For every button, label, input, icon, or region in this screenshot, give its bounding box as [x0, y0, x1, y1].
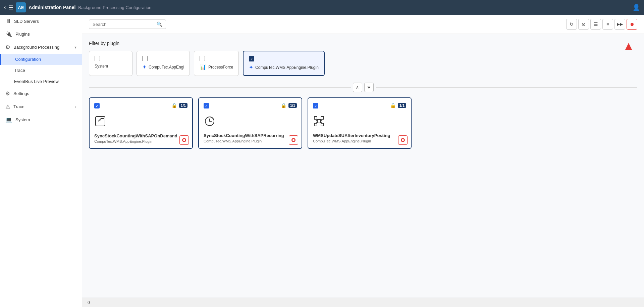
sidebar-item-eventbus[interactable]: EventBus Live Preview	[0, 76, 82, 87]
main-layout: 🖥 SLD Servers 🔌 Plugins ⚙ Background Pro…	[0, 15, 644, 307]
svg-rect-0	[96, 117, 105, 126]
user-lock-icon: 🔒	[390, 103, 396, 108]
badge-count: 1/1	[288, 103, 297, 108]
content-area: Filter by plugin System ✦ CompuTec.AppEn…	[82, 34, 644, 156]
plugin-name-appengine: CompuTec.AppEngi	[149, 65, 184, 70]
system-icon: 💻	[5, 117, 12, 123]
top-bar: ‹ ☰ AE Administration Panel Background P…	[0, 0, 644, 15]
card-plugin: CompuTec.WMS.AppEngine.Plugin	[94, 139, 187, 143]
stop-button-2[interactable]	[398, 135, 408, 145]
appengine-icon: ✦	[142, 64, 147, 70]
svg-rect-5	[321, 117, 324, 119]
card-header: ✓ 🔒 1/1	[313, 103, 406, 108]
list-check-button[interactable]: ☰	[590, 19, 601, 30]
arrow-indicator: ▲	[623, 39, 635, 53]
wms-icon: ✦	[249, 64, 253, 71]
search-input[interactable]	[93, 22, 154, 27]
toolbar-actions: ↻ ⊘ ☰ ≡ ▶▶ ⏺	[566, 19, 637, 30]
divider-row: ∧ ✲	[89, 83, 637, 92]
status-bar: 0	[82, 298, 644, 307]
plugin-name-wms: CompuTec.WMS.AppEngine.Plugin	[255, 65, 319, 70]
svg-rect-4	[314, 117, 317, 119]
sidebar-item-label: SLD Servers	[14, 19, 39, 24]
card-check[interactable]: ✓	[204, 103, 209, 108]
process-card-sync-recurring: ✓ 🔒 1/1 SyncStoc	[198, 97, 302, 149]
sidebar-item-configuration[interactable]: Configuration	[0, 54, 82, 65]
toolbar: 🔍 ↻ ⊘ ☰ ≡ ▶▶ ⏺	[82, 15, 644, 34]
card-check[interactable]: ✓	[313, 103, 318, 108]
run-all-button[interactable]: ▶▶	[614, 19, 625, 30]
card-header: ✓ 🔒 1/1	[94, 103, 187, 108]
card-process-icon	[204, 115, 297, 130]
trace-icon: ⚠	[5, 103, 10, 110]
stop-button-1[interactable]	[289, 135, 298, 145]
sidebar-sub-label: Trace	[14, 68, 25, 73]
svg-rect-7	[321, 123, 324, 126]
plugin-card-processforce[interactable]: 📊 ProcessForce	[194, 51, 239, 76]
sidebar-item-settings[interactable]: ⚙ Settings	[0, 87, 82, 100]
sidebar-item-label: System	[15, 117, 30, 122]
sidebar-item-label: Trace	[13, 104, 24, 109]
page-subtitle: Background Processing Configuration	[78, 5, 151, 10]
stop-icon	[401, 138, 405, 142]
top-bar-left: ‹ ☰ AE Administration Panel Background P…	[4, 2, 152, 12]
sld-servers-icon: 🖥	[5, 18, 11, 24]
card-check[interactable]: ✓	[94, 103, 100, 108]
sidebar-item-label: Plugins	[15, 32, 30, 37]
sidebar-item-trace-bp[interactable]: Trace	[0, 65, 82, 76]
stop-icon	[291, 138, 296, 142]
search-box[interactable]: 🔍	[89, 19, 166, 29]
filter-button[interactable]: ⊘	[578, 19, 589, 30]
card-name: SyncStockCountingWithSAPOnDemand	[94, 133, 187, 138]
card-name: WMSUpdateSUAfterInventoryPosting	[313, 133, 406, 138]
card-header: ✓ 🔒 1/1	[204, 103, 297, 108]
card-badges: 🔒 1/1	[390, 103, 406, 108]
sidebar-item-plugins[interactable]: 🔌 Plugins	[0, 28, 82, 41]
plugins-icon: 🔌	[5, 31, 12, 37]
card-plugin: CompuTec.WMS.AppEngine.Plugin	[204, 139, 297, 143]
process-card-wms-update: ✓ 🔒 1/1	[308, 97, 412, 149]
sidebar-sub-label: EventBus Live Preview	[14, 79, 59, 84]
search-icon: 🔍	[157, 21, 162, 27]
refresh-button[interactable]: ↻	[566, 19, 577, 30]
plugin-check-processforce	[200, 56, 205, 61]
plugin-check-system	[95, 56, 100, 61]
main-content: 🔍 ↻ ⊘ ☰ ≡ ▶▶ ⏺ ▲ Filter by plugin System	[82, 15, 644, 307]
plugin-card-wms[interactable]: ✓ ✦ CompuTec.WMS.AppEngine.Plugin	[243, 51, 325, 76]
user-menu-button[interactable]: 👤	[633, 4, 640, 11]
settings-icon: ⚙	[5, 90, 10, 97]
svg-rect-3	[317, 120, 321, 123]
sidebar-sub-label: Configuration	[15, 57, 41, 62]
processforce-icon: 📊	[200, 64, 206, 70]
top-bar-right: 👤	[633, 4, 640, 11]
badge-count: 1/1	[179, 103, 187, 108]
numbered-list-button[interactable]: ≡	[602, 19, 613, 30]
svg-rect-6	[314, 123, 317, 126]
background-processing-icon: ⚙	[5, 44, 10, 50]
plugin-card-appengine[interactable]: ✦ CompuTec.AppEngi	[137, 51, 190, 76]
collapse-button[interactable]: ∧	[353, 83, 362, 92]
card-badges: 🔒 1/1	[281, 103, 297, 108]
plugin-check-appengine	[142, 56, 148, 61]
sidebar: 🖥 SLD Servers 🔌 Plugins ⚙ Background Pro…	[0, 15, 82, 307]
stop-all-button[interactable]: ⏺	[627, 19, 637, 30]
plugin-name-processforce: ProcessForce	[208, 65, 233, 70]
plugin-card-system[interactable]: System	[89, 51, 132, 76]
sidebar-item-system[interactable]: 💻 System	[0, 113, 82, 126]
back-button[interactable]: ‹	[4, 4, 6, 10]
user-lock-icon: 🔒	[281, 103, 286, 108]
card-name: SyncStockCountingWithSAPRecurring	[204, 133, 297, 138]
app-title: Administration Panel	[29, 5, 75, 10]
pin-button[interactable]: ✲	[364, 83, 374, 92]
card-process-icon	[313, 115, 406, 130]
sidebar-item-sld-servers[interactable]: 🖥 SLD Servers	[0, 15, 82, 28]
sidebar-item-trace[interactable]: ⚠ Trace ›	[0, 100, 82, 113]
chevron-right-icon: ›	[75, 104, 76, 109]
badge-count: 1/1	[398, 103, 406, 108]
sidebar-item-label: Background Processing	[13, 45, 59, 50]
plugin-check-wms: ✓	[249, 56, 254, 61]
stop-button-0[interactable]	[179, 135, 189, 145]
card-badges: 🔒 1/1	[171, 103, 187, 108]
menu-button[interactable]: ☰	[8, 4, 13, 11]
sidebar-item-background-processing[interactable]: ⚙ Background Processing ▾	[0, 41, 82, 54]
